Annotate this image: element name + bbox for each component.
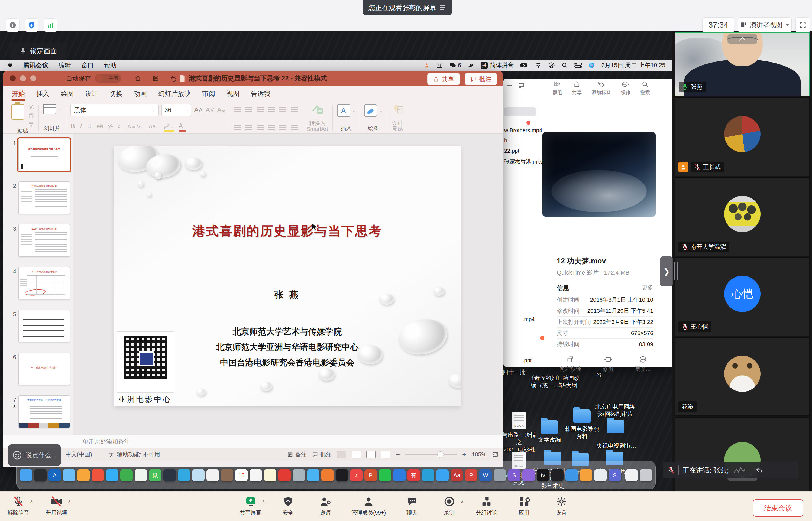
finder-toolbar-button[interactable]: 共享 <box>572 81 582 96</box>
line-spacing-button[interactable] <box>279 106 286 112</box>
close-window-button[interactable] <box>10 75 16 81</box>
reading-view-button[interactable] <box>366 451 375 458</box>
save-icon[interactable] <box>152 75 159 82</box>
dock-app-icon[interactable] <box>640 469 652 481</box>
chevron-up-icon[interactable]: ∧ <box>262 499 265 504</box>
shrink-font-button[interactable]: A˅ <box>205 106 214 114</box>
desktop-icon[interactable]: 韩国电影导演资料 <box>564 409 599 440</box>
comments-toggle[interactable]: 批注 <box>312 451 332 458</box>
meeting-toolbar-button[interactable]: ∧ 应用 <box>512 496 535 516</box>
dock-app-icon[interactable] <box>307 469 320 481</box>
ribbon-tab[interactable]: 动画 <box>133 87 147 101</box>
dock-app-icon[interactable] <box>63 469 75 481</box>
dock-app-icon[interactable]: P <box>465 469 477 481</box>
bird-app-icon[interactable] <box>468 62 474 68</box>
share-document-button[interactable]: 共享 <box>427 73 460 85</box>
smartart-icon[interactable] <box>311 104 324 115</box>
dock-app-icon[interactable]: W <box>479 469 492 481</box>
align-right-button[interactable] <box>257 124 264 130</box>
dock-app-icon[interactable] <box>422 469 434 481</box>
file-list-item[interactable]: 张家杰香港.mkv <box>504 158 543 165</box>
ribbon-tab[interactable]: 设计 <box>85 87 98 101</box>
dock-app-icon[interactable] <box>293 469 305 481</box>
dock-app-icon[interactable] <box>379 469 391 481</box>
strikethrough-button[interactable]: ab <box>97 123 103 130</box>
meeting-toolbar-button[interactable]: ∧ 管理成员(99+) <box>351 496 386 516</box>
underline-button[interactable]: U <box>87 122 92 130</box>
quick-action-button[interactable]: 向左旋转 <box>559 356 581 372</box>
slide-thumbnail[interactable]: 7★ 类型创作为主导，产业运作为主轴 <box>3 395 73 435</box>
dock-app-icon[interactable]: S <box>508 469 521 481</box>
decrease-indent-button[interactable] <box>257 106 264 112</box>
subscript-button[interactable]: x₂ <box>117 123 123 130</box>
dock-app-icon[interactable] <box>436 469 449 481</box>
meeting-security-button[interactable] <box>25 18 39 32</box>
dock-app-icon[interactable] <box>393 469 405 481</box>
dock-app-icon[interactable]: A <box>48 469 61 481</box>
file-list-item[interactable]: b <box>504 138 543 144</box>
paste-button[interactable] <box>12 104 24 120</box>
screenshot-icon[interactable] <box>436 62 443 69</box>
meeting-toolbar-button[interactable]: ∧ 开启视频 <box>45 496 68 516</box>
collapse-panel-handle[interactable]: ❯ <box>660 256 673 287</box>
dock-app-icon[interactable] <box>623 468 623 482</box>
ribbon-tab[interactable]: 审阅 <box>202 87 216 101</box>
quick-action-button[interactable]: 修剪 <box>603 356 614 372</box>
new-slide-button[interactable]: ⌄ <box>43 104 62 114</box>
smartart-label[interactable]: 转换为SmartArt <box>307 120 328 132</box>
undo-icon[interactable] <box>170 75 177 82</box>
notes-toggle[interactable]: 备注 <box>287 451 307 458</box>
chat-quick-input[interactable]: 说点什么... <box>7 444 61 466</box>
menubar-datetime[interactable]: 3月15日 周二 上午10:25 <box>601 61 665 69</box>
slide-thumbnail[interactable]: 5★ <box>3 310 73 353</box>
align-center-button[interactable] <box>245 124 252 130</box>
italic-button[interactable]: I <box>80 122 82 130</box>
justify-button[interactable] <box>268 124 275 130</box>
ribbon-tab[interactable]: 视图 <box>226 87 240 101</box>
file-list-item[interactable]: w Brothers.mp4 <box>504 127 543 134</box>
wifi-icon[interactable] <box>535 63 542 68</box>
info-more-link[interactable]: 更多 <box>642 284 653 292</box>
spotlight-icon[interactable] <box>562 62 568 69</box>
font-color-button[interactable]: A⌄ <box>179 123 186 132</box>
character-spacing-button[interactable]: A⇔V⌄ <box>127 123 144 130</box>
dock-app-icon[interactable]: Aa <box>451 469 463 481</box>
bullets-button[interactable] <box>234 106 241 112</box>
accessibility-status[interactable]: 辅助功能: 不可用 <box>108 451 160 458</box>
dock-app-icon[interactable] <box>206 469 219 481</box>
change-case-button[interactable]: Aa⌄ <box>149 123 158 130</box>
siri-icon[interactable] <box>589 62 595 69</box>
slide-thumbnail[interactable]: 2★ 2019年最卖座的香港电影 <box>3 181 73 224</box>
notes-pane[interactable]: 单击此处添加备注 <box>3 435 503 448</box>
participant-tile[interactable]: 心恺 王心恺 <box>675 257 810 336</box>
dock-app-icon[interactable] <box>20 469 32 481</box>
menubar-item-edit[interactable]: 编辑 <box>59 61 71 70</box>
reply-arrow-icon[interactable] <box>755 466 763 474</box>
lock-view-button[interactable]: 锁定画面 <box>10 43 67 59</box>
dock-app-icon[interactable] <box>566 469 578 481</box>
ribbon-tab[interactable]: 切换 <box>109 87 123 101</box>
fit-slide-icon[interactable] <box>492 451 499 458</box>
meeting-toolbar-button[interactable]: ∧ 聊天 <box>400 496 423 516</box>
chevron-up-icon[interactable]: ∧ <box>30 499 33 504</box>
control-center-icon[interactable] <box>574 62 582 68</box>
dock-app-icon[interactable]: P <box>365 469 377 481</box>
dock-app-icon[interactable] <box>34 469 47 481</box>
dock-app-icon[interactable]: S <box>609 469 621 481</box>
menubar-app-name[interactable]: 腾讯会议 <box>23 61 48 70</box>
meeting-toolbar-button[interactable]: ∧ 安全 <box>277 496 300 516</box>
dock-app-icon[interactable] <box>321 469 334 481</box>
ribbon-tab[interactable]: 开始 <box>12 87 25 101</box>
ribbon-tab[interactable]: 绘图 <box>60 87 74 101</box>
zoom-in-button[interactable]: + <box>462 450 466 459</box>
user-account-icon[interactable] <box>548 62 555 69</box>
chevron-up-icon[interactable]: ∧ <box>461 499 464 504</box>
align-text-button[interactable] <box>291 124 298 130</box>
meeting-toolbar-button[interactable]: ∧ 录制 <box>438 496 461 516</box>
participant-tile[interactable]: 花溆 <box>675 337 810 416</box>
quick-action-button[interactable]: 更多... <box>635 356 651 372</box>
finder-toolbar-button[interactable]: 添加标签 <box>591 81 611 96</box>
ribbon-tab[interactable]: 插入 <box>36 87 50 101</box>
end-meeting-button[interactable]: 结束会议 <box>753 499 803 517</box>
dock-app-icon[interactable] <box>163 469 176 481</box>
